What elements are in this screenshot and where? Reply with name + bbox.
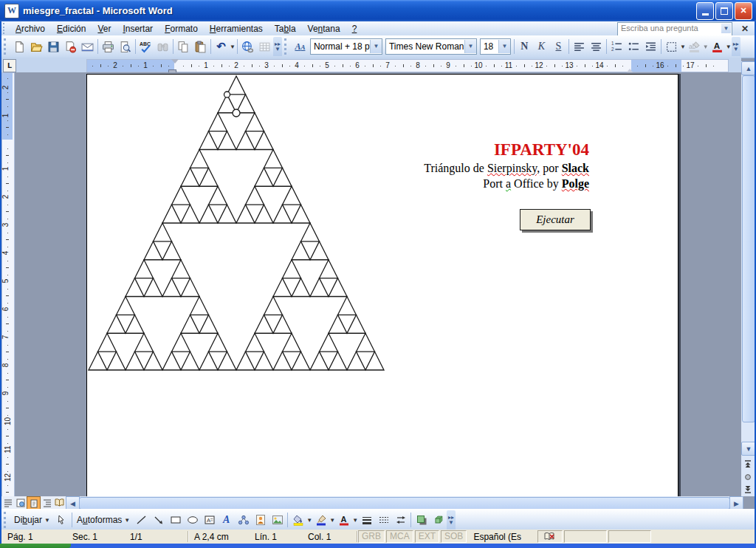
sierpinski-triangle-drawing[interactable] <box>87 75 390 374</box>
menu-item-formato[interactable]: Formato <box>159 22 204 35</box>
undo-button[interactable]: ↶ <box>213 38 230 55</box>
menu-item-edicion[interactable]: Edición <box>51 22 92 35</box>
font-color-button[interactable]: A <box>709 38 726 55</box>
increase-indent-button[interactable] <box>642 38 659 55</box>
menubar-grip[interactable] <box>3 23 8 34</box>
menubar-close-icon[interactable]: ✕ <box>741 24 749 34</box>
style-dropdown-icon[interactable]: ▼ <box>370 40 382 53</box>
reading-layout-view-button[interactable] <box>53 496 66 509</box>
line-style-button[interactable] <box>358 512 375 528</box>
open-button[interactable] <box>28 38 45 55</box>
italic-button[interactable]: K <box>533 38 550 55</box>
menu-item-herramientas[interactable]: Herramientas <box>204 22 269 35</box>
close-button[interactable]: ✕ <box>735 2 752 20</box>
numbered-list-button[interactable]: 12 <box>608 38 625 55</box>
border-dropdown-icon[interactable]: ▼ <box>680 44 686 50</box>
scroll-down-icon[interactable]: ▼ <box>741 442 756 456</box>
status-language[interactable]: Español (Es <box>467 531 537 543</box>
threed-style-button[interactable] <box>430 512 447 528</box>
font-color-dropdown-icon[interactable]: ▼ <box>726 44 732 50</box>
highlight-button[interactable]: ab <box>686 38 703 55</box>
scroll-up-icon[interactable]: ▲ <box>741 61 756 75</box>
horizontal-ruler[interactable]: 2112345678910111213141617 <box>86 59 729 72</box>
status-toggle-sob[interactable]: SOB <box>441 530 467 543</box>
fill-color-button[interactable] <box>289 512 306 528</box>
spelling-button[interactable]: ABC <box>137 38 154 55</box>
normal-view-button[interactable] <box>1 496 14 509</box>
menu-item-tabla[interactable]: Tabla <box>269 22 302 35</box>
autoformas-menu-button[interactable]: Autoformas▼ <box>74 513 133 527</box>
style-combobox[interactable]: Normal + 18 pt, ▼ <box>310 38 382 55</box>
insert-table-button[interactable] <box>256 38 273 55</box>
formatting-toolbar-options-icon[interactable]: ▸▸▼ <box>732 37 740 56</box>
formatting-toolbar-grip[interactable] <box>284 38 289 55</box>
research-button[interactable] <box>154 38 171 55</box>
bold-button[interactable]: N <box>516 38 533 55</box>
wordart-button[interactable]: A <box>218 512 235 528</box>
oval-tool-button[interactable] <box>184 512 201 528</box>
drawing-toolbar-grip[interactable] <box>4 512 9 528</box>
shadow-style-button[interactable] <box>413 512 430 528</box>
align-center-button[interactable] <box>588 38 605 55</box>
menu-item-ayuda[interactable]: ? <box>346 22 363 35</box>
dibujar-menu-button[interactable]: Dibujar▼ <box>11 513 53 527</box>
arrow-style-button[interactable] <box>392 512 409 528</box>
line-tool-button[interactable] <box>133 512 150 528</box>
text-box-button[interactable]: A <box>201 512 218 528</box>
font-combobox[interactable]: Times New Roman ▼ <box>385 38 477 55</box>
dash-style-button[interactable] <box>375 512 392 528</box>
web-layout-view-button[interactable] <box>14 496 27 509</box>
select-objects-button[interactable] <box>53 512 70 528</box>
restore-button[interactable] <box>715 2 733 20</box>
standard-toolbar-options-icon[interactable]: ▸▸▼ <box>273 37 282 56</box>
ejecutar-button[interactable]: Ejecutar <box>520 209 591 230</box>
underline-button[interactable]: S <box>550 38 567 55</box>
clip-art-button[interactable] <box>252 512 269 528</box>
menu-item-ver[interactable]: Ver <box>92 22 117 35</box>
tab-selector[interactable]: L <box>3 59 16 72</box>
document-page[interactable]: IFPARTY'04 Triángulo de Sierpinsky, por … <box>86 74 678 497</box>
ask-question-input[interactable]: Escriba una pregunta ▼ <box>617 22 732 36</box>
hyperlink-button[interactable] <box>239 38 256 55</box>
outline-view-button[interactable] <box>41 496 53 509</box>
bullet-list-button[interactable] <box>625 38 642 55</box>
vertical-ruler[interactable]: 21123456789101112 <box>1 72 15 498</box>
standard-toolbar-grip[interactable] <box>4 38 9 55</box>
font-size-combobox[interactable]: 18 ▼ <box>480 38 511 55</box>
status-toggle-ext[interactable]: EXT <box>415 530 439 543</box>
document-text-block[interactable]: IFPARTY'04 Triángulo de Sierpinsky, por … <box>279 140 589 191</box>
start-button[interactable] <box>0 544 71 548</box>
next-page-icon[interactable] <box>741 483 755 496</box>
print-preview-button[interactable] <box>117 38 134 55</box>
spelling-status-icon[interactable] <box>537 530 563 543</box>
outside-border-button[interactable] <box>663 38 680 55</box>
fill-color-dropdown-icon[interactable]: ▼ <box>306 517 312 524</box>
horizontal-scroll-thumb[interactable] <box>79 497 730 510</box>
select-browse-object-icon[interactable] <box>741 470 755 483</box>
minimize-button[interactable] <box>696 2 714 20</box>
undo-dropdown-icon[interactable]: ▼ <box>230 44 236 50</box>
diagram-button[interactable] <box>235 512 252 528</box>
align-left-button[interactable] <box>571 38 588 55</box>
font-dropdown-icon[interactable]: ▼ <box>464 40 476 53</box>
new-document-button[interactable] <box>11 38 28 55</box>
line-color-dropdown-icon[interactable]: ▼ <box>329 517 335 524</box>
print-button[interactable] <box>100 38 117 55</box>
menu-item-ventana[interactable]: Ventana <box>302 22 346 35</box>
horizontal-scrollbar[interactable]: ◀ ▶ <box>1 496 741 509</box>
paste-button[interactable] <box>192 38 209 55</box>
status-toggle-mca[interactable]: MCA <box>386 530 413 543</box>
highlight-dropdown-icon[interactable]: ▼ <box>703 44 709 50</box>
status-toggle-grb[interactable]: GRB <box>358 530 385 543</box>
font-size-dropdown-icon[interactable]: ▼ <box>498 40 510 53</box>
draw-font-color-dropdown-icon[interactable]: ▼ <box>352 517 358 524</box>
previous-page-icon[interactable] <box>741 458 755 470</box>
drawing-toolbar-options-icon[interactable]: ▸▸▼ <box>447 510 456 530</box>
question-dropdown-icon[interactable]: ▼ <box>721 24 731 33</box>
rectangle-tool-button[interactable] <box>167 512 184 528</box>
draw-font-color-button[interactable]: A <box>335 512 352 528</box>
vertical-scroll-thumb[interactable] <box>742 75 755 422</box>
copy-button[interactable] <box>175 38 192 55</box>
menu-item-insertar[interactable]: Insertar <box>117 22 159 35</box>
windows-taskbar[interactable] <box>0 544 756 548</box>
